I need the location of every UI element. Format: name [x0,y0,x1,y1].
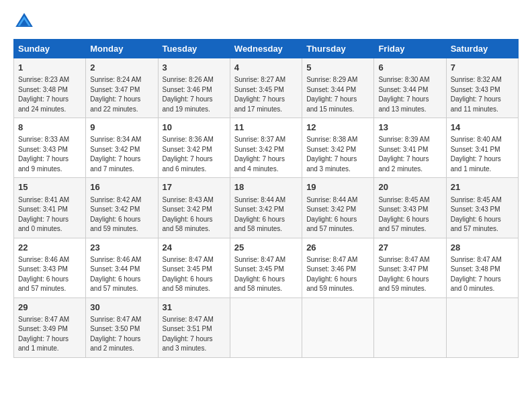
day-info: Sunrise: 8:47 AMSunset: 3:49 PMDaylight:… [18,315,81,354]
calendar-cell: 30Sunrise: 8:47 AMSunset: 3:50 PMDayligh… [86,298,158,357]
calendar-header-friday: Friday [374,40,446,58]
day-number: 13 [378,122,441,134]
calendar-cell: 22Sunrise: 8:46 AMSunset: 3:43 PMDayligh… [14,238,86,298]
calendar-cell: 14Sunrise: 8:40 AMSunset: 3:41 PMDayligh… [446,118,518,178]
day-number: 5 [306,62,369,74]
page: SundayMondayTuesdayWednesdayThursdayFrid… [0,0,532,365]
calendar-cell: 29Sunrise: 8:47 AMSunset: 3:49 PMDayligh… [14,298,86,357]
day-number: 15 [18,181,81,193]
day-info: Sunrise: 8:33 AMSunset: 3:43 PMDaylight:… [18,135,81,174]
day-info: Sunrise: 8:46 AMSunset: 3:43 PMDaylight:… [18,255,81,294]
day-info: Sunrise: 8:30 AMSunset: 3:44 PMDaylight:… [378,75,441,114]
calendar-cell [230,298,302,357]
calendar-header-tuesday: Tuesday [158,40,230,58]
day-info: Sunrise: 8:34 AMSunset: 3:42 PMDaylight:… [90,135,153,174]
day-info: Sunrise: 8:44 AMSunset: 3:42 PMDaylight:… [306,195,369,234]
calendar-cell: 9Sunrise: 8:34 AMSunset: 3:42 PMDaylight… [86,118,158,178]
day-info: Sunrise: 8:47 AMSunset: 3:45 PMDaylight:… [163,255,226,294]
day-info: Sunrise: 8:47 AMSunset: 3:47 PMDaylight:… [378,255,441,294]
calendar-header-monday: Monday [86,40,158,58]
day-number: 20 [378,181,441,193]
day-number: 25 [234,242,298,254]
day-number: 30 [90,302,153,314]
day-info: Sunrise: 8:47 AMSunset: 3:50 PMDaylight:… [90,315,153,354]
day-number: 27 [378,242,441,254]
calendar-cell [374,298,446,357]
calendar-cell: 16Sunrise: 8:42 AMSunset: 3:42 PMDayligh… [86,178,158,238]
day-number: 21 [451,181,514,193]
day-info: Sunrise: 8:45 AMSunset: 3:43 PMDaylight:… [378,195,441,234]
day-info: Sunrise: 8:26 AMSunset: 3:46 PMDaylight:… [163,75,226,114]
calendar-cell: 24Sunrise: 8:47 AMSunset: 3:45 PMDayligh… [158,238,230,298]
day-number: 18 [234,181,298,193]
day-number: 17 [163,181,226,193]
day-number: 1 [18,62,81,74]
calendar-cell [446,298,518,357]
day-info: Sunrise: 8:47 AMSunset: 3:48 PMDaylight:… [451,255,514,294]
day-info: Sunrise: 8:32 AMSunset: 3:43 PMDaylight:… [451,75,514,114]
calendar-cell: 27Sunrise: 8:47 AMSunset: 3:47 PMDayligh… [374,238,446,298]
day-info: Sunrise: 8:43 AMSunset: 3:42 PMDaylight:… [163,195,226,234]
calendar-week-4: 22Sunrise: 8:46 AMSunset: 3:43 PMDayligh… [14,238,519,298]
day-info: Sunrise: 8:44 AMSunset: 3:42 PMDaylight:… [234,195,298,234]
day-info: Sunrise: 8:36 AMSunset: 3:42 PMDaylight:… [163,135,226,174]
logo [13,11,38,32]
calendar-cell: 2Sunrise: 8:24 AMSunset: 3:47 PMDaylight… [86,58,158,118]
day-number: 22 [18,242,81,254]
day-number: 8 [18,122,81,134]
calendar-table: SundayMondayTuesdayWednesdayThursdayFrid… [13,39,519,358]
day-number: 28 [451,242,514,254]
calendar-cell: 10Sunrise: 8:36 AMSunset: 3:42 PMDayligh… [158,118,230,178]
day-info: Sunrise: 8:47 AMSunset: 3:51 PMDaylight:… [163,315,226,354]
logo-icon [13,11,35,32]
day-info: Sunrise: 8:47 AMSunset: 3:45 PMDaylight:… [234,255,298,294]
calendar-cell: 15Sunrise: 8:41 AMSunset: 3:41 PMDayligh… [14,178,86,238]
day-number: 7 [451,62,514,74]
day-info: Sunrise: 8:24 AMSunset: 3:47 PMDaylight:… [90,75,153,114]
day-info: Sunrise: 8:37 AMSunset: 3:42 PMDaylight:… [234,135,298,174]
calendar-cell: 23Sunrise: 8:46 AMSunset: 3:44 PMDayligh… [86,238,158,298]
calendar-cell: 7Sunrise: 8:32 AMSunset: 3:43 PMDaylight… [446,58,518,118]
calendar-week-3: 15Sunrise: 8:41 AMSunset: 3:41 PMDayligh… [14,178,519,238]
calendar-week-1: 1Sunrise: 8:23 AMSunset: 3:48 PMDaylight… [14,58,519,118]
calendar-cell: 25Sunrise: 8:47 AMSunset: 3:45 PMDayligh… [230,238,302,298]
day-info: Sunrise: 8:45 AMSunset: 3:43 PMDaylight:… [451,195,514,234]
calendar-cell: 17Sunrise: 8:43 AMSunset: 3:42 PMDayligh… [158,178,230,238]
calendar-cell: 13Sunrise: 8:39 AMSunset: 3:41 PMDayligh… [374,118,446,178]
calendar-cell: 31Sunrise: 8:47 AMSunset: 3:51 PMDayligh… [158,298,230,357]
calendar-header-row: SundayMondayTuesdayWednesdayThursdayFrid… [14,40,519,58]
calendar-header-saturday: Saturday [446,40,518,58]
day-number: 29 [18,302,81,314]
calendar-cell: 6Sunrise: 8:30 AMSunset: 3:44 PMDaylight… [374,58,446,118]
header [13,11,519,32]
calendar-cell: 19Sunrise: 8:44 AMSunset: 3:42 PMDayligh… [302,178,374,238]
day-info: Sunrise: 8:29 AMSunset: 3:44 PMDaylight:… [306,75,369,114]
day-number: 23 [90,242,153,254]
day-number: 12 [306,122,369,134]
day-info: Sunrise: 8:27 AMSunset: 3:45 PMDaylight:… [234,75,298,114]
calendar-cell: 1Sunrise: 8:23 AMSunset: 3:48 PMDaylight… [14,58,86,118]
day-info: Sunrise: 8:38 AMSunset: 3:42 PMDaylight:… [306,135,369,174]
day-number: 6 [378,62,441,74]
calendar-week-5: 29Sunrise: 8:47 AMSunset: 3:49 PMDayligh… [14,298,519,357]
day-number: 26 [306,242,369,254]
day-info: Sunrise: 8:47 AMSunset: 3:46 PMDaylight:… [306,255,369,294]
day-info: Sunrise: 8:23 AMSunset: 3:48 PMDaylight:… [18,75,81,114]
day-number: 10 [163,122,226,134]
day-info: Sunrise: 8:40 AMSunset: 3:41 PMDaylight:… [451,135,514,174]
calendar-cell: 26Sunrise: 8:47 AMSunset: 3:46 PMDayligh… [302,238,374,298]
day-number: 9 [90,122,153,134]
calendar-header-thursday: Thursday [302,40,374,58]
calendar-cell: 21Sunrise: 8:45 AMSunset: 3:43 PMDayligh… [446,178,518,238]
day-number: 3 [163,62,226,74]
day-info: Sunrise: 8:39 AMSunset: 3:41 PMDaylight:… [378,135,441,174]
day-number: 24 [163,242,226,254]
calendar-cell: 5Sunrise: 8:29 AMSunset: 3:44 PMDaylight… [302,58,374,118]
day-number: 4 [234,62,298,74]
calendar-cell: 18Sunrise: 8:44 AMSunset: 3:42 PMDayligh… [230,178,302,238]
day-number: 11 [234,122,298,134]
calendar-cell: 8Sunrise: 8:33 AMSunset: 3:43 PMDaylight… [14,118,86,178]
day-info: Sunrise: 8:41 AMSunset: 3:41 PMDaylight:… [18,195,81,234]
calendar-header-sunday: Sunday [14,40,86,58]
calendar-cell: 4Sunrise: 8:27 AMSunset: 3:45 PMDaylight… [230,58,302,118]
